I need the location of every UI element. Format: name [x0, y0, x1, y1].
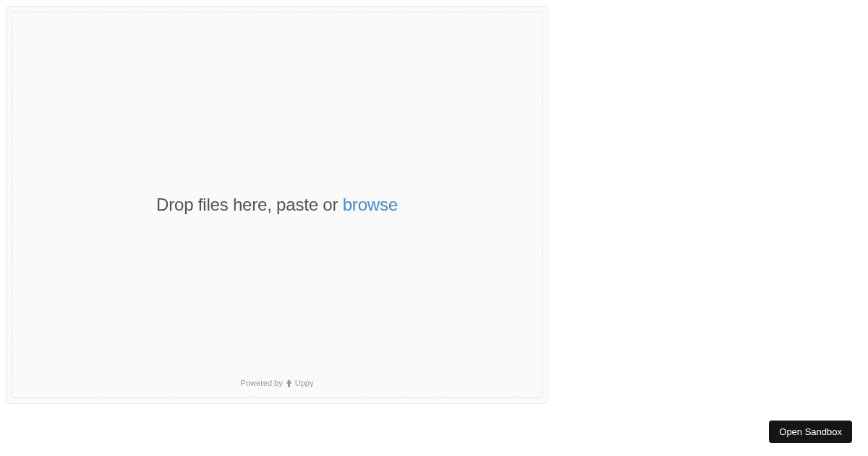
- uppy-logo-icon: [285, 379, 293, 387]
- drop-instruction-text: Drop files here, paste or browse: [156, 195, 398, 215]
- powered-by-footer: Powered by Uppy: [12, 379, 542, 387]
- open-sandbox-button[interactable]: Open Sandbox: [769, 421, 852, 443]
- drop-text-prefix: Drop files here, paste or: [156, 195, 343, 214]
- browse-link[interactable]: browse: [343, 195, 398, 214]
- file-upload-dashboard: Drop files here, paste or browse Powered…: [6, 6, 548, 404]
- brand-name: Uppy: [295, 379, 314, 387]
- drop-area[interactable]: Drop files here, paste or browse: [12, 12, 542, 397]
- powered-by-prefix: Powered by: [241, 379, 283, 387]
- drop-zone[interactable]: Drop files here, paste or browse Powered…: [12, 12, 542, 398]
